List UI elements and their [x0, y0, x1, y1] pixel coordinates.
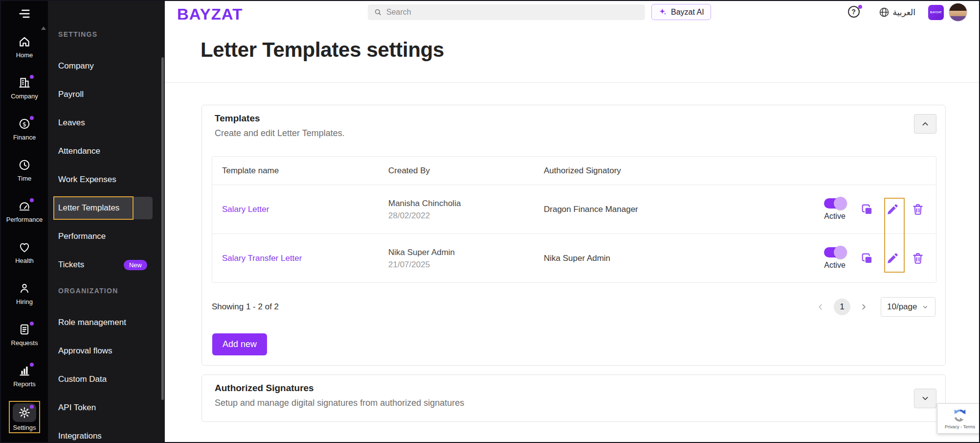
app-window: Home Company $ Finance Time: [0, 0, 980, 443]
template-link[interactable]: Salary Letter: [222, 205, 269, 214]
rail-label: Home: [16, 51, 33, 59]
created-by-name: Nika Super Admin: [388, 246, 544, 258]
reports-icon: [18, 364, 31, 377]
sidebar-item-role-management[interactable]: Role management: [48, 308, 165, 337]
header-divider: [165, 82, 979, 83]
requests-icon: [18, 323, 31, 336]
duplicate-button[interactable]: [860, 252, 874, 265]
help-button[interactable]: ?: [848, 6, 861, 19]
bayzat-ai-button[interactable]: Bayzat AI: [651, 4, 711, 20]
sidebar-item-api-token[interactable]: API Token: [48, 394, 165, 422]
created-by-name: Manisha Chincholia: [388, 197, 544, 210]
bayzat-logo[interactable]: BAYZAT: [177, 5, 243, 23]
search-bar: [368, 4, 645, 20]
chevron-down-icon: [921, 303, 929, 311]
sidebar-item-performance[interactable]: Performance: [48, 222, 165, 251]
rail-item-performance[interactable]: Performance: [1, 191, 48, 232]
chevron-right-icon: [858, 302, 869, 312]
rail-label: Time: [18, 175, 31, 182]
trash-icon: [911, 252, 925, 265]
templates-table: Template name Created By Authorized Sign…: [212, 156, 936, 283]
add-new-button[interactable]: Add new: [212, 333, 267, 355]
topbar-right-group: ? العربية BAYZAT: [848, 3, 967, 22]
sidebar-item-letter-templates[interactable]: Letter Templates: [48, 194, 165, 222]
pagination: 1 10/page: [815, 297, 935, 317]
delete-button[interactable]: [911, 203, 925, 216]
row-actions: Active: [710, 198, 936, 221]
user-avatar[interactable]: [949, 3, 967, 22]
showing-text: Showing 1 - 2 of 2: [212, 302, 279, 312]
previous-page-button[interactable]: [815, 302, 826, 312]
rail-item-hiring[interactable]: Hiring: [1, 273, 48, 314]
organization-badge-icon[interactable]: BAYZAT: [928, 5, 944, 20]
column-header-created-by: Created By: [388, 166, 544, 176]
rail-item-home[interactable]: Home: [1, 26, 48, 68]
ai-button-label: Bayzat AI: [671, 8, 704, 17]
recaptcha-label: Privacy - Terms: [945, 424, 975, 429]
performance-icon: [18, 200, 31, 212]
main-content: BAYZAT Bayzat AI ? العربية BAYZAT Lette: [165, 1, 979, 442]
sidebar-item-approval-flows[interactable]: Approval flows: [48, 337, 165, 365]
rail-item-requests[interactable]: Requests: [1, 314, 48, 355]
icon-rail: Home Company $ Finance Time: [1, 1, 48, 442]
sidebar-item-payroll[interactable]: Payroll: [48, 80, 165, 109]
notification-dot: [30, 322, 34, 326]
signatures-card-title: Authorized Signatures: [215, 383, 314, 394]
sidebar-item-custom-data[interactable]: Custom Data: [48, 365, 165, 394]
pencil-icon: [886, 252, 899, 265]
expand-signatures-button[interactable]: [914, 389, 936, 408]
duplicate-button[interactable]: [860, 203, 874, 216]
status-toggle-block: Active: [821, 198, 848, 221]
sidebar-item-tickets[interactable]: Tickets New: [48, 251, 165, 279]
search-input[interactable]: [386, 8, 639, 17]
column-header-authorized-signatory: Authorized Signatory: [544, 166, 710, 176]
delete-button[interactable]: [911, 252, 925, 265]
rail-item-health[interactable]: Health: [1, 232, 48, 273]
table-footer: Showing 1 - 2 of 2 1 10/page: [212, 294, 935, 320]
table-header-row: Template name Created By Authorized Sign…: [212, 157, 936, 185]
chevron-left-icon: [815, 302, 826, 312]
hiring-icon: [18, 282, 31, 295]
page-size-select[interactable]: 10/page: [881, 297, 935, 317]
rail-item-reports[interactable]: Reports: [1, 355, 48, 396]
table-row: Salary Transfer Letter Nika Super Admin …: [212, 233, 936, 282]
status-label: Active: [824, 261, 846, 270]
page-number-button[interactable]: 1: [834, 299, 850, 315]
rail-item-finance[interactable]: $ Finance: [1, 109, 48, 150]
recaptcha-badge[interactable]: Privacy - Terms: [937, 403, 979, 434]
template-link[interactable]: Salary Transfer Letter: [222, 254, 302, 263]
main-menu-button[interactable]: [1, 1, 48, 26]
authorized-signatory: Dragon Finance Manager: [544, 205, 710, 214]
settings-sidebar: SETTINGS Company Payroll Leaves Attendan…: [48, 1, 165, 442]
clock-icon: [18, 159, 31, 171]
rail-label: Health: [15, 257, 34, 264]
sidebar-item-attendance[interactable]: Attendance: [48, 137, 165, 165]
sidebar-item-integrations[interactable]: Integrations: [48, 422, 165, 443]
sidebar-item-company[interactable]: Company: [48, 52, 165, 80]
language-switcher[interactable]: العربية: [878, 6, 915, 18]
sidebar-section-organization: ORGANIZATION: [48, 287, 165, 308]
signatures-card-subtitle: Setup and manage digital signatures from…: [215, 398, 464, 408]
sparkle-icon: [658, 7, 668, 17]
row-actions: Active: [710, 247, 936, 270]
collapse-templates-button[interactable]: [914, 114, 936, 134]
rail-item-company[interactable]: Company: [1, 68, 48, 109]
rail-item-settings[interactable]: Settings: [1, 396, 48, 438]
rail-label: Hiring: [16, 298, 33, 305]
sidebar-item-leaves[interactable]: Leaves: [48, 109, 165, 137]
sidebar-scrollbar[interactable]: [161, 57, 164, 400]
next-page-button[interactable]: [858, 302, 869, 312]
edit-button[interactable]: [886, 203, 899, 216]
edit-button[interactable]: [886, 252, 899, 265]
globe-icon: [878, 6, 890, 18]
active-toggle[interactable]: [824, 198, 846, 209]
active-toggle[interactable]: [824, 247, 846, 257]
toggle-knob: [834, 246, 847, 259]
search-icon: [374, 8, 382, 17]
sidebar-item-work-expenses[interactable]: Work Expenses: [48, 165, 165, 194]
templates-card-subtitle: Create and edit Letter Templates.: [215, 128, 345, 139]
rail-label: Company: [11, 93, 38, 100]
health-icon: [18, 241, 31, 254]
question-mark-icon: ?: [848, 6, 860, 18]
rail-item-time[interactable]: Time: [1, 150, 48, 191]
